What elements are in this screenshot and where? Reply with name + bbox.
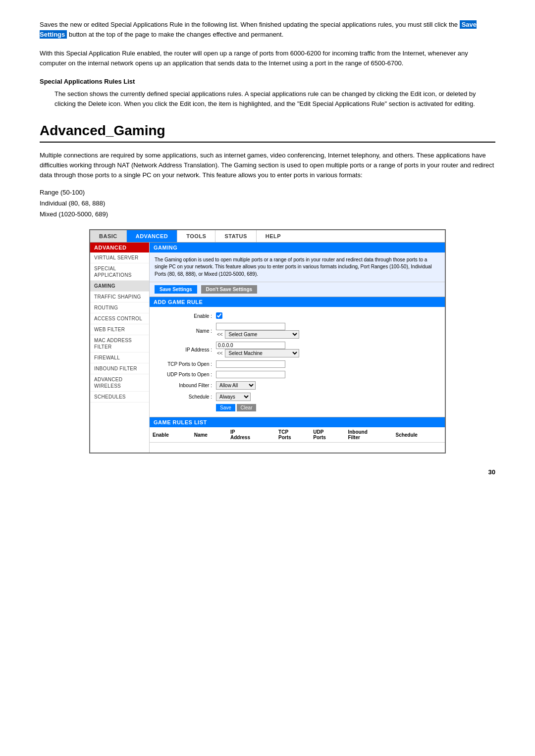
sidebar-item-inbound-filter[interactable]: INBOUND FILTER xyxy=(90,363,149,374)
sidebar-item-traffic-shaping[interactable]: TRAFFIC SHAPING xyxy=(90,292,149,302)
sidebar-item-web-filter[interactable]: WEB FILTER xyxy=(90,324,149,335)
sidebar-heading: ADVANCED xyxy=(90,243,149,252)
nav-advanced[interactable]: ADVANCED xyxy=(127,230,178,242)
format-line-1: Range (50-100) xyxy=(40,187,495,198)
save-rule-button[interactable]: Save xyxy=(216,404,235,411)
sidebar-item-gaming[interactable]: GAMING xyxy=(90,281,149,292)
col-inbound: InboundFilter xyxy=(345,427,392,443)
nav-tools[interactable]: TOOLS xyxy=(177,230,215,242)
ip-row: IP Address : << Select Machine xyxy=(155,340,440,359)
intro-paragraph-1: Saves the new or edited Special Applicat… xyxy=(40,20,495,40)
settings-buttons-row: Save Settings Don't Save Settings xyxy=(150,282,445,297)
top-nav: BASIC ADVANCED TOOLS STATUS HELP xyxy=(90,230,445,243)
sidebar-item-access-control[interactable]: ACCESS CONTROL xyxy=(90,313,149,324)
select-game-arrow[interactable]: << xyxy=(216,332,224,337)
enable-checkbox[interactable] xyxy=(216,312,222,319)
col-ip: IPAddress xyxy=(227,427,275,443)
advanced-desc: Multiple connections are required by som… xyxy=(40,151,495,180)
ip-label: IP Address : xyxy=(155,340,214,359)
enable-row: Enable : xyxy=(155,311,440,321)
add-game-rule-form: Enable : Name : << Select Game xyxy=(155,311,440,413)
router-body: ADVANCED VIRTUAL SERVER SPECIAL APPLICAT… xyxy=(90,243,445,453)
col-enable: Enable xyxy=(150,427,191,443)
name-input[interactable] xyxy=(216,323,285,330)
col-schedule: Schedule xyxy=(392,427,445,443)
gaming-section-desc: The Gaming option is used to open multip… xyxy=(150,252,445,283)
col-tcp: TCPPorts xyxy=(275,427,310,443)
enable-label: Enable : xyxy=(155,311,214,321)
udp-row: UDP Ports to Open : xyxy=(155,369,440,380)
sidebar-item-virtual-server[interactable]: VIRTUAL SERVER xyxy=(90,252,149,263)
tcp-row: TCP Ports to Open : xyxy=(155,359,440,369)
udp-label: UDP Ports to Open : xyxy=(155,369,214,380)
special-apps-desc: The section shows the currently defined … xyxy=(54,89,495,109)
router-ui: BASIC ADVANCED TOOLS STATUS HELP ADVANCE… xyxy=(89,229,446,454)
nav-basic[interactable]: BASIC xyxy=(90,230,127,242)
clear-rule-button[interactable]: Clear xyxy=(237,404,257,411)
inbound-label: Inbound Filter : xyxy=(155,380,214,391)
col-name: Name xyxy=(191,427,227,443)
add-game-rule-section: Enable : Name : << Select Game xyxy=(150,307,445,417)
page-number: 30 xyxy=(40,468,495,476)
rules-table-body xyxy=(150,443,445,453)
schedule-label: Schedule : xyxy=(155,391,214,403)
main-content: GAMING The Gaming option is used to open… xyxy=(150,243,445,453)
select-machine-dropdown[interactable]: Select Machine xyxy=(225,349,299,357)
game-rules-list-header: GAME RULES LIST xyxy=(150,417,445,427)
sidebar-item-schedules[interactable]: SCHEDULES xyxy=(90,392,149,403)
schedule-row: Schedule : Always xyxy=(155,391,440,403)
schedule-dropdown[interactable]: Always xyxy=(216,393,251,401)
sidebar-item-mac-filter[interactable]: MAC ADDRESS FILTER xyxy=(90,335,149,353)
select-machine-arrow[interactable]: << xyxy=(216,351,224,356)
tcp-label: TCP Ports to Open : xyxy=(155,359,214,369)
save-settings-button[interactable]: Save Settings xyxy=(155,285,197,294)
select-game-dropdown[interactable]: Select Game xyxy=(225,330,299,339)
intro-text-before-link: Saves the new or edited Special Applicat… xyxy=(40,21,458,28)
inbound-filter-dropdown[interactable]: Allow All xyxy=(216,381,256,390)
intro-text-after-link: button at the top of the page to make th… xyxy=(69,31,283,38)
page-title: Advanced_Gaming xyxy=(40,123,495,143)
sidebar-item-firewall[interactable]: FIREWALL xyxy=(90,353,149,363)
intro-paragraph-2: With this Special Application Rule enabl… xyxy=(40,49,495,68)
sidebar-item-routing[interactable]: ROUTING xyxy=(90,302,149,313)
format-line-2: Individual (80, 68, 888) xyxy=(40,198,495,209)
rules-table-header-row: Enable Name IPAddress TCPPorts UDPPorts … xyxy=(150,427,445,443)
format-line-3: Mixed (1020-5000, 689) xyxy=(40,209,495,220)
ip-address-input[interactable] xyxy=(216,342,285,349)
special-apps-heading: Special Applications Rules List xyxy=(40,78,495,85)
col-udp: UDPPorts xyxy=(310,427,345,443)
name-label: Name : xyxy=(155,321,214,340)
game-rules-section: GAME RULES LIST Enable Name IPAddress TC… xyxy=(150,417,445,453)
dont-save-settings-button[interactable]: Don't Save Settings xyxy=(201,285,258,294)
rules-table: Enable Name IPAddress TCPPorts UDPPorts … xyxy=(150,427,445,453)
sidebar: ADVANCED VIRTUAL SERVER SPECIAL APPLICAT… xyxy=(90,243,150,453)
empty-rules-row xyxy=(150,443,445,453)
gaming-section-header: GAMING xyxy=(150,243,445,252)
action-row: Save Clear xyxy=(155,403,440,413)
add-game-rule-header: ADD GAME RULE xyxy=(150,297,445,307)
sidebar-item-advanced-wireless[interactable]: ADVANCED WIRELESS xyxy=(90,374,149,392)
inbound-row: Inbound Filter : Allow All xyxy=(155,380,440,391)
sidebar-item-special-apps[interactable]: SPECIAL APPLICATIONS xyxy=(90,263,149,281)
format-list: Range (50-100) Individual (80, 68, 888) … xyxy=(40,187,495,220)
udp-ports-input[interactable] xyxy=(216,371,285,378)
nav-help[interactable]: HELP xyxy=(257,230,290,242)
tcp-ports-input[interactable] xyxy=(216,360,285,368)
name-row: Name : << Select Game xyxy=(155,321,440,340)
nav-status[interactable]: STATUS xyxy=(215,230,256,242)
